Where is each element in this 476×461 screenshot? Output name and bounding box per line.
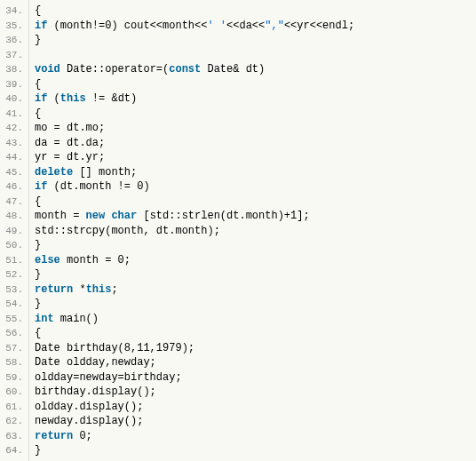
line-number: 46.: [4, 179, 27, 195]
string-token: ",": [265, 20, 284, 32]
code-token: <<da<<: [226, 20, 265, 32]
code-block: 34.35.36.37.38.39.40.41.42.43.44.45.46.4…: [0, 0, 476, 461]
line-number: 63.: [4, 429, 27, 444]
line-number: 45.: [4, 165, 27, 180]
keyword-token: const: [169, 63, 201, 76]
keyword-token: if: [35, 20, 47, 32]
keyword-token: return: [35, 283, 73, 296]
code-token: (month!=0) cout<<month<<: [47, 20, 207, 32]
line-number: 49.: [4, 224, 27, 239]
code-body: {if (month!=0) cout<<month<<' '<<da<<","…: [29, 0, 476, 461]
code-token: birthday.display();: [35, 385, 156, 398]
line-number: 55.: [4, 312, 27, 327]
code-line: return *this;: [35, 282, 471, 298]
code-line: else month = 0;: [35, 253, 471, 268]
code-token: }: [35, 268, 41, 281]
code-token: {: [35, 107, 41, 120]
line-number: 41.: [4, 107, 27, 122]
code-token: oldday.display();: [35, 401, 143, 413]
code-line: oldday.display();: [35, 400, 471, 415]
code-token: <<yr<<endl;: [284, 20, 354, 32]
line-number: 61.: [4, 400, 27, 415]
code-line: if (this != &dt): [35, 91, 471, 107]
code-token: }: [35, 444, 41, 457]
code-line: {: [35, 77, 471, 92]
line-number: 39.: [4, 77, 27, 92]
code-token: [] month;: [73, 166, 137, 179]
line-number-gutter: 34.35.36.37.38.39.40.41.42.43.44.45.46.4…: [0, 0, 29, 461]
line-number: 59.: [4, 370, 27, 385]
code-line: }: [35, 297, 471, 312]
code-line: if (month!=0) cout<<month<<' '<<da<<","<…: [35, 19, 471, 34]
line-number: 57.: [4, 341, 27, 356]
code-line: }: [35, 443, 471, 458]
line-number: 37.: [4, 48, 27, 63]
code-token: newday.display();: [35, 415, 143, 427]
code-line: int main(): [35, 312, 471, 327]
code-token: main(): [54, 313, 99, 325]
code-token: != &dt): [86, 92, 138, 105]
code-token: *: [73, 283, 85, 296]
code-line: da = dt.da;: [35, 136, 471, 151]
line-number: 42.: [4, 121, 27, 136]
code-token: yr = dt.yr;: [35, 151, 105, 163]
keyword-token: int: [35, 313, 54, 325]
keyword-token: new: [86, 210, 106, 222]
code-line: void Date::operator=(const Date& dt): [35, 62, 471, 77]
keyword-token: if: [35, 92, 47, 105]
code-line: return 0;: [35, 429, 471, 444]
keyword-token: void: [35, 63, 60, 76]
code-token: oldday=newday=birthday;: [35, 371, 182, 384]
line-number: 44.: [4, 150, 27, 165]
line-number: 35.: [4, 19, 27, 34]
string-token: ' ': [207, 20, 226, 32]
code-line: delete [] month;: [35, 165, 471, 180]
code-line: if (dt.month != 0): [35, 179, 471, 195]
code-token: (: [47, 92, 60, 105]
code-line: newday.display();: [35, 414, 471, 429]
code-token: [std::strlen(dt.month)+1];: [137, 210, 309, 222]
line-number: 52.: [4, 267, 27, 282]
line-number: 48.: [4, 209, 27, 224]
code-line: {: [35, 4, 471, 19]
line-number: 62.: [4, 414, 27, 429]
code-line: Date birthday(8,11,1979);: [35, 341, 471, 356]
line-number: 56.: [4, 326, 27, 341]
code-token: Date birthday(8,11,1979);: [35, 342, 194, 354]
code-token: (dt.month != 0): [47, 180, 149, 193]
code-line: mo = dt.mo;: [35, 121, 471, 136]
code-line: std::strcpy(month, dt.month);: [35, 224, 471, 239]
line-number: 38.: [4, 62, 27, 77]
code-token: {: [35, 327, 41, 339]
code-token: Date& dt): [201, 63, 265, 76]
keyword-token: delete: [35, 166, 73, 179]
code-token: Date::operator=(: [60, 63, 169, 76]
code-token: }: [35, 239, 41, 251]
keyword-token: if: [35, 180, 47, 193]
code-token: month =: [35, 210, 86, 222]
code-line: }: [35, 33, 471, 48]
line-number: 34.: [4, 4, 27, 19]
code-token: month = 0;: [60, 254, 131, 266]
code-token: Date oldday,newday;: [35, 356, 156, 369]
code-token: {: [35, 4, 41, 17]
code-line: yr = dt.yr;: [35, 150, 471, 165]
code-line: birthday.display();: [35, 385, 471, 400]
code-token: {: [35, 195, 41, 208]
line-number: 58.: [4, 355, 27, 370]
code-line: oldday=newday=birthday;: [35, 370, 471, 385]
line-number: 64.: [4, 443, 27, 458]
keyword-token: char: [111, 210, 137, 222]
line-number: 60.: [4, 385, 27, 400]
code-line: Date oldday,newday;: [35, 355, 471, 370]
line-number: 36.: [4, 33, 27, 48]
code-token: std::strcpy(month, dt.month);: [35, 225, 220, 237]
line-number: 40.: [4, 91, 27, 107]
keyword-token: this: [86, 283, 112, 296]
keyword-token: else: [35, 254, 60, 266]
code-line: {: [35, 107, 471, 122]
code-line: }: [35, 267, 471, 282]
code-token: }: [35, 34, 41, 46]
line-number: 54.: [4, 297, 27, 312]
keyword-token: return: [35, 430, 73, 442]
